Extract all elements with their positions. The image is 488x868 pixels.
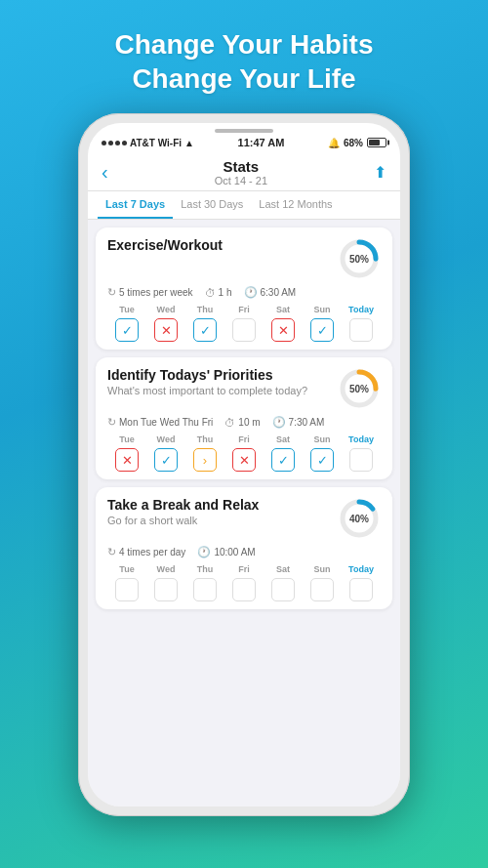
day-col-tue: Tue ✓ [107, 305, 146, 342]
day-label: Sun [314, 434, 331, 444]
tabs-row: Last 7 Days Last 30 Days Last 12 Months [88, 191, 400, 220]
day-col-thu: Thu › [185, 434, 224, 472]
phone-notch: AT&T Wi-Fi ▲ 11:47 AM 🔔 68% [102, 137, 386, 152]
day-label: Wed [157, 564, 176, 574]
day-col-fri: Fri ✕ [224, 434, 264, 472]
hero-section: Change Your Habits Change Your Life [75, 0, 412, 113]
day-col-tue: Tue ✕ [107, 434, 146, 472]
share-button[interactable]: ⬆ [374, 163, 386, 182]
day-label: Fri [238, 305, 250, 314]
meta-time: 🕐 7:30 AM [272, 416, 325, 429]
day-check-today[interactable] [349, 448, 373, 472]
repeat-icon: ↻ [107, 416, 116, 429]
repeat-icon: ↻ [107, 286, 116, 299]
clock: 11:47 AM [238, 137, 285, 148]
day-check[interactable]: ✕ [271, 318, 295, 342]
battery-icon [367, 138, 386, 147]
days-row: Tue Wed Thu Fri [107, 564, 381, 601]
habit-meta-row: ↻ Mon Tue Wed Thu Fri ⏱ 10 m 🕐 7:30 AM [107, 416, 381, 429]
tab-last12[interactable]: Last 12 Months [251, 191, 340, 219]
day-label-today: Today [348, 434, 374, 444]
tab-last7[interactable]: Last 7 Days [98, 191, 173, 219]
day-check[interactable]: › [193, 448, 217, 472]
habit-card-priorities: Identify Todays' Priorities What's most … [96, 357, 392, 479]
clock-icon: ⏱ [205, 287, 216, 299]
habit-name-block: Exercise/Workout [107, 237, 223, 253]
meta-repeat: ↻ 4 times per day [107, 546, 185, 558]
habit-name: Exercise/Workout [107, 237, 223, 253]
day-col-sat: Sat [264, 564, 303, 601]
progress-donut: 40% [338, 497, 381, 540]
meta-duration: ⏱ 10 m [224, 417, 260, 429]
tab-last30[interactable]: Last 30 Days [173, 191, 251, 219]
day-check[interactable]: ✕ [232, 448, 256, 472]
habit-card-top: Exercise/Workout 50% [107, 237, 381, 280]
day-label: Fri [238, 564, 250, 574]
phone-screen: AT&T Wi-Fi ▲ 11:47 AM 🔔 68% ‹ Stats Oct … [88, 123, 400, 806]
day-col-thu: Thu ✓ [185, 305, 224, 342]
day-check[interactable]: ✓ [271, 448, 295, 472]
signal-dot-1 [102, 141, 106, 145]
day-label: Sun [314, 305, 331, 314]
day-label: Thu [197, 305, 214, 314]
day-check[interactable]: ✓ [310, 318, 334, 342]
repeat-label: Mon Tue Wed Thu Fri [119, 417, 213, 428]
day-check[interactable] [193, 578, 217, 601]
day-check[interactable]: ✓ [115, 318, 139, 342]
day-label: Thu [197, 564, 214, 574]
day-col-fri: Fri [224, 305, 264, 342]
day-label: Sat [276, 305, 290, 314]
day-check[interactable] [232, 318, 256, 342]
donut-label: 40% [349, 514, 369, 524]
day-label-today: Today [348, 305, 374, 314]
day-check-today[interactable] [349, 318, 373, 342]
status-bar: AT&T Wi-Fi ▲ 11:47 AM 🔔 68% [88, 123, 400, 152]
wifi-icon: ▲ [184, 138, 194, 148]
habit-card-relax: Take a Break and Relax Go for a short wa… [96, 487, 392, 609]
donut-label: 50% [349, 384, 369, 394]
day-check[interactable]: ✓ [310, 448, 334, 472]
habit-name-block: Take a Break and Relax Go for a short wa… [107, 497, 259, 526]
phone-speaker [215, 129, 273, 133]
day-col-sat: Sat ✕ [264, 305, 303, 342]
day-check-today[interactable] [349, 578, 373, 601]
phone-shell: AT&T Wi-Fi ▲ 11:47 AM 🔔 68% ‹ Stats Oct … [78, 113, 410, 816]
carrier-info: AT&T Wi-Fi ▲ [102, 138, 194, 148]
habit-subtitle: Go for a short walk [107, 515, 259, 526]
progress-donut: 50% [338, 367, 381, 410]
battery-fill [369, 140, 380, 145]
day-label: Thu [197, 434, 214, 444]
day-col-wed: Wed ✕ [146, 305, 185, 342]
day-check[interactable] [115, 578, 139, 601]
habits-scroll-area: Exercise/Workout 50% ↻ 5 times per week [88, 220, 400, 806]
repeat-label: 4 times per day [119, 547, 185, 558]
meta-duration: ⏱ 1 h [205, 287, 232, 299]
time-label: 7:30 AM [289, 417, 325, 428]
day-check[interactable] [271, 578, 295, 601]
repeat-label: 5 times per week [119, 287, 193, 298]
time-icon: 🕐 [244, 286, 258, 299]
meta-time: 🕐 6:30 AM [244, 286, 297, 299]
day-label-today: Today [348, 564, 374, 574]
day-check[interactable]: ✕ [154, 318, 178, 342]
day-check[interactable] [154, 578, 178, 601]
signal-dot-2 [108, 141, 113, 145]
duration-label: 10 m [238, 417, 260, 428]
day-check[interactable]: ✓ [154, 448, 178, 472]
day-col-sat: Sat ✓ [264, 434, 303, 472]
day-check[interactable] [232, 578, 256, 601]
meta-time: 🕐 10:00 AM [197, 546, 255, 558]
habit-card-exercise: Exercise/Workout 50% ↻ 5 times per week [96, 227, 392, 350]
day-check[interactable]: ✕ [115, 448, 139, 472]
habit-meta-row: ↻ 4 times per day 🕐 10:00 AM [107, 546, 381, 558]
habit-meta-row: ↻ 5 times per week ⏱ 1 h 🕐 6:30 AM [107, 286, 381, 299]
day-check[interactable] [310, 578, 334, 601]
habit-name-block: Identify Todays' Priorities What's most … [107, 367, 307, 396]
day-check[interactable]: ✓ [193, 318, 217, 342]
day-col-today: Today [342, 564, 381, 601]
repeat-icon: ↻ [107, 546, 116, 558]
day-label: Wed [157, 434, 176, 444]
signal-dots [102, 141, 127, 145]
battery-percent: 68% [344, 138, 363, 148]
back-button[interactable]: ‹ [102, 161, 108, 184]
